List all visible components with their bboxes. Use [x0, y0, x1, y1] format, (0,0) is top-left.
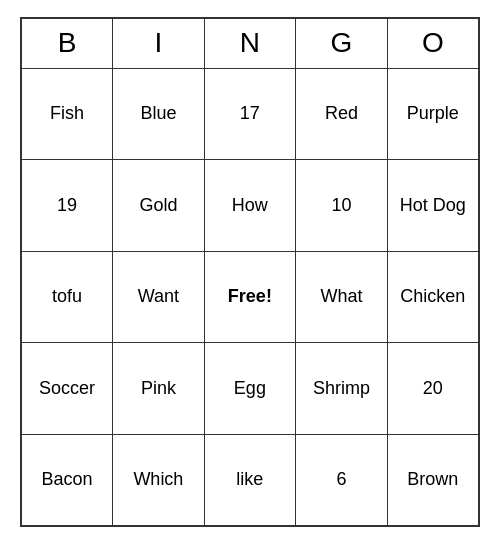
- header-col-o: O: [387, 18, 479, 68]
- table-row: 19GoldHow10Hot Dog: [21, 160, 479, 252]
- cell-r1-c3: 10: [296, 160, 388, 252]
- cell-r2-c3: What: [296, 251, 388, 343]
- header-col-g: G: [296, 18, 388, 68]
- table-row: SoccerPinkEggShrimp20: [21, 343, 479, 435]
- table-row: tofuWantFree!WhatChicken: [21, 251, 479, 343]
- cell-r3-c1: Pink: [113, 343, 205, 435]
- header-col-b: B: [21, 18, 113, 68]
- header-row: BINGO: [21, 18, 479, 68]
- cell-r0-c3: Red: [296, 68, 388, 160]
- header-col-i: I: [113, 18, 205, 68]
- cell-r1-c1: Gold: [113, 160, 205, 252]
- cell-r3-c3: Shrimp: [296, 343, 388, 435]
- table-row: FishBlue17RedPurple: [21, 68, 479, 160]
- table-row: BaconWhichlike6Brown: [21, 434, 479, 526]
- cell-r4-c0: Bacon: [21, 434, 113, 526]
- cell-r0-c0: Fish: [21, 68, 113, 160]
- cell-r4-c2: like: [204, 434, 295, 526]
- cell-r1-c2: How: [204, 160, 295, 252]
- cell-r2-c4: Chicken: [387, 251, 479, 343]
- header-col-n: N: [204, 18, 295, 68]
- cell-r1-c4: Hot Dog: [387, 160, 479, 252]
- cell-r2-c1: Want: [113, 251, 205, 343]
- cell-r0-c2: 17: [204, 68, 295, 160]
- cell-r3-c0: Soccer: [21, 343, 113, 435]
- cell-r4-c3: 6: [296, 434, 388, 526]
- cell-r3-c4: 20: [387, 343, 479, 435]
- cell-r2-c0: tofu: [21, 251, 113, 343]
- cell-r4-c4: Brown: [387, 434, 479, 526]
- cell-r0-c4: Purple: [387, 68, 479, 160]
- cell-r2-c2: Free!: [204, 251, 295, 343]
- cell-r1-c0: 19: [21, 160, 113, 252]
- bingo-card: BINGO FishBlue17RedPurple19GoldHow10Hot …: [20, 17, 480, 527]
- cell-r4-c1: Which: [113, 434, 205, 526]
- cell-r0-c1: Blue: [113, 68, 205, 160]
- cell-r3-c2: Egg: [204, 343, 295, 435]
